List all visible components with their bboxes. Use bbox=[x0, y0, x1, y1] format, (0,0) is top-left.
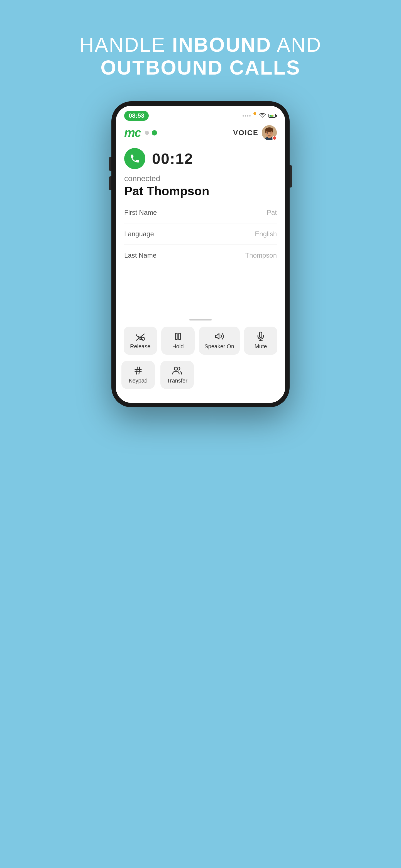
svg-line-17 bbox=[137, 367, 137, 374]
header-inbound: INBOUND bbox=[172, 34, 271, 56]
actions-row-2: Keypad Transfer bbox=[116, 358, 285, 403]
signal-dots bbox=[242, 115, 251, 117]
svg-point-5 bbox=[265, 127, 273, 132]
volume-down-button bbox=[109, 176, 111, 190]
status-icons: ⚡ bbox=[242, 113, 277, 119]
svg-point-19 bbox=[174, 367, 177, 370]
logo: mc bbox=[124, 126, 141, 140]
svg-line-18 bbox=[139, 367, 140, 374]
svg-rect-7 bbox=[272, 130, 273, 132]
voice-area: VOICE bbox=[233, 125, 277, 140]
notification-dot bbox=[253, 112, 256, 115]
hold-label: Hold bbox=[172, 343, 183, 350]
speaker-button[interactable]: Speaker On bbox=[199, 327, 240, 355]
call-icon-circle bbox=[124, 148, 145, 169]
field-row-lastname: Last Name Thompson bbox=[124, 245, 277, 266]
svg-rect-11 bbox=[179, 333, 180, 340]
release-label: Release bbox=[130, 343, 150, 350]
header-line1: HANDLE INBOUND AND bbox=[79, 33, 322, 56]
field-value-firstname: Pat bbox=[267, 209, 277, 216]
header-line2: OUTBOUND CALLS bbox=[79, 56, 322, 79]
field-label-language: Language bbox=[124, 230, 154, 238]
status-bar: 08:53 bbox=[116, 106, 285, 123]
field-row-firstname: First Name Pat bbox=[124, 202, 277, 223]
avatar-record-badge bbox=[273, 136, 277, 140]
call-timer: 00:12 bbox=[152, 150, 193, 167]
content-spacer bbox=[116, 266, 285, 316]
battery-icon: ⚡ bbox=[268, 114, 277, 118]
field-value-language: English bbox=[255, 230, 277, 238]
logo-area: mc bbox=[124, 126, 157, 140]
field-label-firstname: First Name bbox=[124, 209, 157, 216]
header-and: AND bbox=[271, 34, 322, 56]
avatar-container[interactable] bbox=[262, 125, 277, 140]
phone-frame: 08:53 bbox=[111, 101, 290, 407]
online-dot bbox=[152, 130, 157, 135]
svg-marker-12 bbox=[215, 334, 219, 339]
page-header: HANDLE INBOUND AND OUTBOUND CALLS bbox=[79, 33, 322, 79]
field-label-lastname: Last Name bbox=[124, 251, 156, 259]
call-section: 00:12 connected Pat Thompson bbox=[116, 145, 285, 202]
voice-label: VOICE bbox=[233, 128, 258, 137]
keypad-button[interactable]: Keypad bbox=[121, 361, 155, 389]
transfer-label: Transfer bbox=[167, 377, 188, 384]
phone-screen: 08:53 bbox=[116, 106, 285, 403]
mute-label: Mute bbox=[255, 343, 267, 350]
mic-icon bbox=[256, 332, 265, 341]
speaker-label: Speaker On bbox=[204, 343, 234, 350]
phone-off-icon bbox=[136, 332, 145, 341]
transfer-button[interactable]: Transfer bbox=[161, 361, 194, 389]
svg-rect-6 bbox=[265, 130, 266, 133]
offline-dot bbox=[145, 131, 149, 135]
keypad-label: Keypad bbox=[128, 377, 148, 384]
svg-point-8 bbox=[267, 132, 268, 133]
form-fields: First Name Pat Language English Last Nam… bbox=[116, 202, 285, 266]
svg-point-9 bbox=[270, 132, 271, 133]
actions-row-1: Release Hold Speaker On bbox=[116, 322, 285, 358]
field-value-lastname: Thompson bbox=[245, 251, 277, 259]
mute-button[interactable]: Mute bbox=[244, 327, 277, 355]
volume-up-button bbox=[109, 157, 111, 171]
hold-button[interactable]: Hold bbox=[161, 327, 195, 355]
header-handle: HANDLE bbox=[79, 34, 172, 56]
svg-rect-10 bbox=[175, 333, 177, 340]
status-dots-area bbox=[145, 130, 157, 135]
call-name: Pat Thompson bbox=[124, 184, 277, 198]
app-header: mc VOICE bbox=[116, 123, 285, 145]
speaker-icon bbox=[215, 332, 224, 341]
call-status: connected bbox=[124, 174, 277, 183]
power-button bbox=[290, 165, 292, 187]
status-time: 08:53 bbox=[124, 111, 149, 121]
divider-bar-area bbox=[116, 316, 285, 322]
release-button[interactable]: Release bbox=[124, 327, 157, 355]
wifi-icon bbox=[259, 113, 266, 119]
svg-point-0 bbox=[262, 117, 263, 117]
hash-icon bbox=[134, 366, 143, 375]
field-row-language: Language English bbox=[124, 223, 277, 245]
call-top: 00:12 bbox=[124, 148, 277, 169]
users-icon bbox=[172, 366, 182, 375]
divider-bar bbox=[189, 319, 212, 320]
pause-icon bbox=[173, 332, 183, 341]
